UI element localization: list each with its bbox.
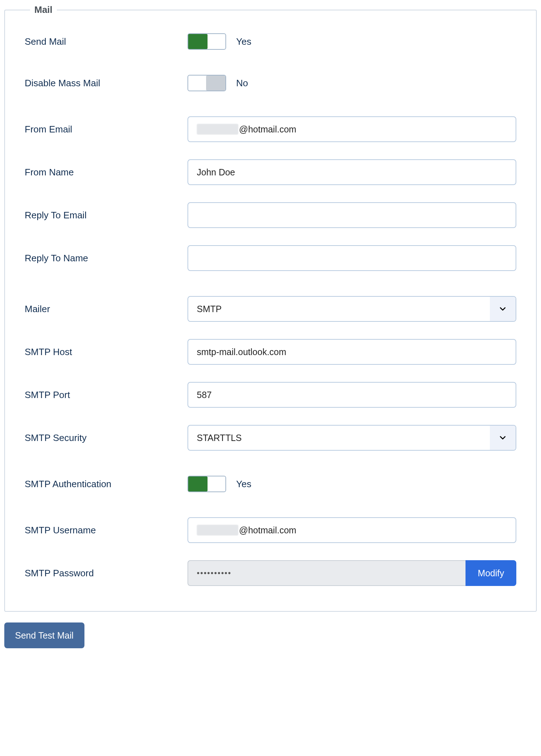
toggle-knob — [188, 34, 208, 49]
row-smtp-port: SMTP Port — [5, 382, 536, 408]
row-smtp-auth: SMTP Authentication Yes — [5, 476, 536, 492]
toggle-knob — [206, 76, 225, 91]
row-smtp-security: SMTP Security STARTTLS — [5, 425, 536, 451]
toggle-send-mail[interactable]: Yes — [187, 33, 251, 50]
smtp-username-suffix: @hotmail.com — [239, 525, 296, 536]
smtp-username-field[interactable]: @hotmail.com — [187, 517, 516, 543]
row-smtp-username: SMTP Username @hotmail.com — [5, 517, 536, 543]
toggle-value-send-mail: Yes — [236, 36, 251, 47]
toggle-value-smtp-auth: Yes — [236, 479, 251, 490]
toggle-track — [187, 476, 226, 492]
toggle-knob — [188, 476, 208, 491]
redacted-segment — [197, 124, 238, 135]
label-reply-to-name: Reply To Name — [25, 253, 187, 264]
from-name-field[interactable] — [187, 159, 516, 185]
label-smtp-auth: SMTP Authentication — [25, 479, 187, 490]
row-reply-to-name: Reply To Name — [5, 245, 536, 271]
smtp-host-field[interactable] — [187, 339, 516, 365]
reply-to-name-field[interactable] — [187, 245, 516, 271]
row-from-email: From Email @hotmail.com — [5, 116, 536, 142]
mail-fieldset: Mail Send Mail Yes Disable Mass Mail No — [4, 4, 537, 612]
reply-to-email-field[interactable] — [187, 202, 516, 228]
row-from-name: From Name — [5, 159, 536, 185]
fieldset-legend: Mail — [30, 4, 57, 15]
label-from-email: From Email — [25, 124, 187, 135]
row-reply-to-email: Reply To Email — [5, 202, 536, 228]
toggle-track — [187, 33, 226, 50]
smtp-password-field[interactable] — [187, 560, 466, 586]
action-bar: Send Test Mail — [4, 622, 537, 648]
label-reply-to-email: Reply To Email — [25, 210, 187, 221]
row-disable-mass-mail: Disable Mass Mail No — [5, 75, 536, 91]
smtp-port-field[interactable] — [187, 382, 516, 408]
label-smtp-username: SMTP Username — [25, 525, 187, 536]
from-email-suffix: @hotmail.com — [239, 124, 296, 135]
label-send-mail: Send Mail — [25, 36, 187, 47]
label-smtp-port: SMTP Port — [25, 389, 187, 401]
redacted-segment — [197, 525, 238, 536]
from-email-field[interactable]: @hotmail.com — [187, 116, 516, 142]
label-smtp-host: SMTP Host — [25, 346, 187, 358]
toggle-disable-mass-mail[interactable]: No — [187, 75, 248, 91]
send-test-mail-button[interactable]: Send Test Mail — [4, 622, 84, 648]
row-smtp-host: SMTP Host — [5, 339, 536, 365]
label-smtp-security: SMTP Security — [25, 432, 187, 444]
toggle-value-disable-mass-mail: No — [236, 78, 248, 89]
modify-button[interactable]: Modify — [466, 560, 516, 586]
row-smtp-password: SMTP Password Modify — [5, 560, 536, 586]
label-smtp-password: SMTP Password — [25, 568, 187, 579]
label-from-name: From Name — [25, 167, 187, 178]
row-mailer: Mailer SMTP — [5, 296, 536, 322]
mailer-selected-value: SMTP — [187, 296, 516, 322]
toggle-smtp-auth[interactable]: Yes — [187, 476, 251, 492]
row-send-mail: Send Mail Yes — [5, 33, 536, 50]
label-mailer: Mailer — [25, 304, 187, 315]
smtp-security-select[interactable]: STARTTLS — [187, 425, 516, 451]
label-disable-mass-mail: Disable Mass Mail — [25, 78, 187, 89]
toggle-track — [187, 75, 226, 91]
smtp-security-selected-value: STARTTLS — [187, 425, 516, 451]
mailer-select[interactable]: SMTP — [187, 296, 516, 322]
